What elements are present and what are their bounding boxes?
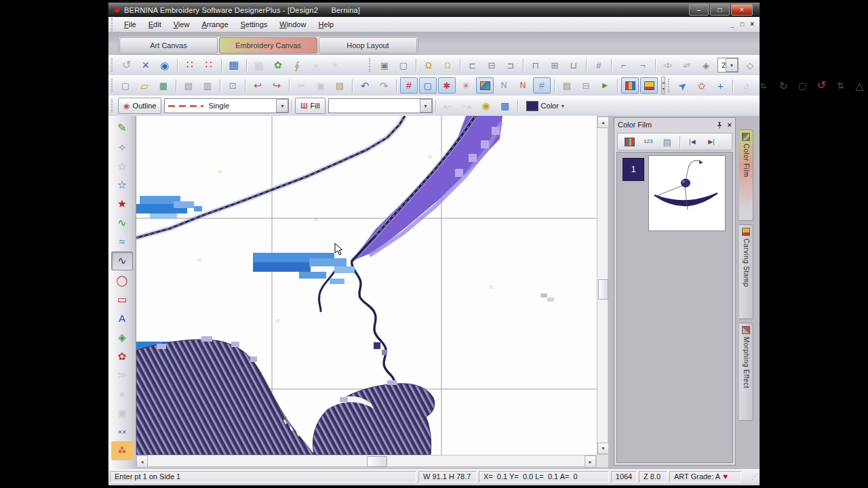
unlock-icon[interactable]: Ω: [439, 57, 456, 73]
outline-design-icon[interactable]: ▣: [111, 403, 133, 422]
scroll-right-icon[interactable]: ▸: [585, 455, 596, 468]
color-film-thumbnail[interactable]: [648, 155, 726, 231]
mdi-close-button[interactable]: ×: [750, 21, 754, 28]
insert-artwork-icon[interactable]: ↩: [249, 77, 267, 94]
menu-drag-handle[interactable]: [111, 18, 115, 31]
lock-icon[interactable]: Ω: [420, 57, 437, 73]
texture-icon[interactable]: ▩: [496, 98, 514, 114]
align-left-icon[interactable]: ⊏: [464, 57, 481, 73]
new-icon[interactable]: ▢: [117, 77, 134, 94]
swap-colors-icon[interactable]: ↺: [118, 57, 136, 73]
wreath-icon[interactable]: ◇: [741, 57, 759, 73]
show-stitches-icon[interactable]: N: [495, 77, 513, 94]
select-icon[interactable]: ➤: [673, 77, 691, 94]
digitize-closed-icon[interactable]: ★: [111, 195, 133, 214]
panel-close-icon[interactable]: ×: [728, 121, 732, 129]
embroidery-canvas[interactable]: [136, 116, 597, 455]
mirror-horizontal-icon[interactable]: ◁▷: [659, 57, 677, 73]
mirror-merge-icon[interactable]: ×: [137, 57, 155, 73]
title-bar[interactable]: ✱ BERNINA Embroidery Software DesignerPl…: [108, 3, 760, 17]
color-button[interactable]: Color ▾: [521, 98, 570, 114]
maximize-button[interactable]: □: [710, 4, 730, 16]
color-film-header[interactable]: Color Film ×: [614, 118, 735, 131]
fill-button[interactable]: Ш Fill: [295, 98, 325, 114]
digitize-open-icon[interactable]: ☆: [111, 176, 133, 195]
leaf-icon[interactable]: ✿: [269, 57, 287, 73]
center-design-icon[interactable]: #: [590, 57, 608, 73]
freehand-applique-icon[interactable]: ≫: [111, 365, 133, 384]
scroll-left-icon[interactable]: ◂: [136, 455, 148, 468]
show-grid-icon[interactable]: #: [400, 77, 418, 94]
horizontal-scrollbar[interactable]: ◂ ▸: [136, 455, 597, 467]
auto-digitize-icon[interactable]: ✿: [111, 157, 133, 176]
menu-item-edit[interactable]: Edit: [142, 18, 167, 30]
scroll-down-icon[interactable]: ▾: [597, 443, 609, 454]
menu-item-settings[interactable]: Settings: [235, 18, 274, 30]
align-center-icon[interactable]: ⊟: [483, 57, 500, 73]
mirror-x-icon[interactable]: ⊿: [736, 77, 754, 94]
toolbar-drag-handle[interactable]: [111, 79, 113, 92]
mirror-vertical-icon[interactable]: ▵▿: [678, 57, 696, 73]
needle-points-icon[interactable]: #: [533, 77, 551, 94]
array-vertical-icon[interactable]: ¬: [634, 57, 652, 73]
stipple-icon[interactable]: ⁂: [111, 441, 133, 460]
chevron-down-icon[interactable]: ▾: [276, 99, 288, 113]
menu-item-help[interactable]: Help: [312, 18, 340, 30]
toolbar-drag-handle[interactable]: [111, 58, 114, 72]
background-icon[interactable]: [476, 77, 494, 94]
scale-icon[interactable]: ▢: [793, 77, 811, 94]
lettering-icon[interactable]: A: [111, 308, 133, 327]
open-freehand-icon[interactable]: ✎: [111, 119, 133, 138]
show-artwork-icon[interactable]: ✱: [438, 77, 456, 94]
applique-icon[interactable]: ✿: [111, 346, 133, 365]
mdi-restore-button[interactable]: □: [741, 22, 744, 28]
skew-icon[interactable]: ⇅: [831, 77, 849, 94]
print-icon[interactable]: ▤: [180, 77, 197, 94]
paste-icon[interactable]: ▤: [331, 77, 349, 94]
mirror-y-icon[interactable]: ⊿: [755, 77, 773, 94]
sphere-icon[interactable]: ●: [307, 57, 325, 73]
open-icon[interactable]: ▱: [136, 77, 153, 94]
save-icon[interactable]: ▦: [155, 77, 172, 94]
align-middle-icon[interactable]: ⊞: [546, 57, 564, 73]
tab-hoop-layout[interactable]: Hoop Layout: [319, 37, 417, 54]
resequence-icon[interactable]: 123: [639, 134, 657, 150]
align-right-icon[interactable]: ⊐: [502, 57, 519, 73]
freehand-open-icon[interactable]: ∿: [111, 214, 133, 232]
stamp-icon[interactable]: [640, 77, 658, 94]
toolbar-drag-handle[interactable]: [369, 58, 372, 72]
lace-icon[interactable]: ▩: [250, 57, 268, 73]
dot-array-icon[interactable]: ∷: [200, 57, 218, 73]
menu-item-file[interactable]: File: [118, 18, 142, 30]
paperclip-icon[interactable]: ∮: [288, 57, 306, 73]
toolbar-overflow-button[interactable]: »▾: [661, 77, 665, 94]
align-bottom-icon[interactable]: ⊔: [565, 57, 583, 73]
insert-embroidery-icon[interactable]: ↪: [268, 77, 285, 94]
kaleidoscope-icon[interactable]: ◉: [156, 57, 174, 73]
align-top-icon[interactable]: ⊓: [527, 57, 545, 73]
perspective-icon[interactable]: △: [850, 77, 868, 94]
fill-style-select[interactable]: ▾: [328, 98, 433, 113]
menu-item-view[interactable]: View: [167, 18, 196, 30]
rotate-45-icon[interactable]: ↻: [774, 77, 792, 94]
thread-colors-icon[interactable]: [621, 77, 639, 94]
color-film-item-1[interactable]: 1: [623, 158, 644, 181]
pattern-icon[interactable]: ◉: [477, 98, 495, 114]
tab-art-canvas[interactable]: Art Canvas: [119, 37, 218, 54]
toolbar-drag-handle[interactable]: [111, 99, 115, 113]
close-button[interactable]: ×: [731, 4, 753, 16]
dim-artwork-icon[interactable]: ✳: [457, 77, 475, 94]
outline-style-select[interactable]: Single ▾: [164, 98, 289, 113]
add-holes-icon[interactable]: +: [711, 77, 729, 94]
vertical-scrollbar[interactable]: ▴ ▾: [597, 116, 608, 455]
show-outlines-icon[interactable]: N: [514, 77, 532, 94]
back-icon[interactable]: |◀: [684, 134, 701, 150]
horizontal-scroll-thumb[interactable]: [367, 456, 387, 467]
punchwork-icon[interactable]: ●: [111, 384, 133, 403]
mdi-minimize-button[interactable]: _: [730, 21, 734, 28]
reshape-icon[interactable]: ✩: [692, 77, 710, 94]
forward-icon[interactable]: ▶|: [703, 134, 720, 150]
mirror-both-icon[interactable]: ◈: [697, 57, 715, 73]
dot-grid-icon[interactable]: ∷: [181, 57, 199, 73]
film-strip-icon[interactable]: [620, 134, 638, 150]
